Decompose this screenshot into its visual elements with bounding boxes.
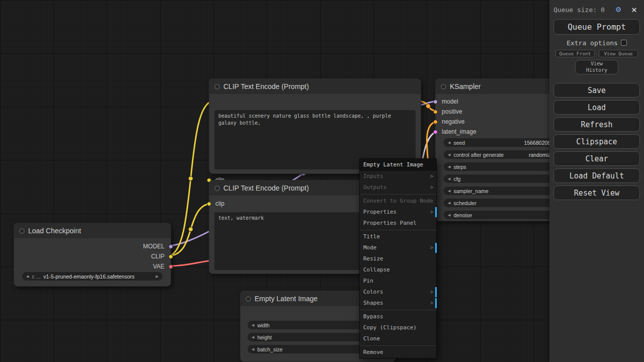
menu-item-outputs: Outputs> xyxy=(360,182,436,193)
reset-view-button[interactable]: Reset View xyxy=(553,186,640,200)
collapse-dot-icon[interactable] xyxy=(214,84,220,89)
node-title[interactable]: CLIP Text Encode (Prompt) xyxy=(209,79,421,94)
load-default-button[interactable]: Load Default xyxy=(553,168,640,183)
comfy-menu-panel: Queue size: 0 ⚙ ✕ Queue Prompt Extra opt… xyxy=(549,0,644,362)
steps-widget[interactable]: ◀ steps xyxy=(444,162,557,171)
clipspace-button[interactable]: Clipspace xyxy=(553,134,640,149)
refresh-button[interactable]: Refresh xyxy=(553,117,640,132)
model-slot-icon[interactable] xyxy=(433,100,438,104)
widget-left-arrow-icon[interactable]: ◀ xyxy=(252,347,254,351)
widget-left-arrow-icon[interactable]: ◀ xyxy=(448,165,450,169)
model-slot-icon[interactable] xyxy=(169,244,173,249)
conditioning-slot-icon[interactable] xyxy=(433,120,438,124)
input-slot-latent-image[interactable]: latent_image xyxy=(433,128,476,135)
widget-left-arrow-icon[interactable]: ◀ xyxy=(448,141,450,145)
queue-front-button[interactable]: Queue Front xyxy=(555,50,595,57)
menu-item-inputs: Inputs> xyxy=(360,171,436,182)
node-load-checkpoint[interactable]: Load Checkpoint MODEL CLIP VAE ◀ c ... v… xyxy=(14,223,171,287)
queue-prompt-button[interactable]: Queue Prompt xyxy=(553,19,640,35)
clip-slot-icon[interactable] xyxy=(207,202,211,206)
submenu-arrow-icon: > xyxy=(430,287,433,298)
node-title-label: CLIP Text Encode (Prompt) xyxy=(223,82,309,90)
node-title[interactable]: KSampler xyxy=(436,79,565,94)
combo-left-arrow-icon[interactable]: ◀ xyxy=(26,275,29,279)
node-graph-canvas[interactable]: CLIP Text Encode (Prompt) clip CONDITION… xyxy=(0,0,644,362)
menu-item-shapes[interactable]: Shapes> xyxy=(360,298,436,309)
latent-slot-icon[interactable] xyxy=(433,130,438,134)
widget-left-arrow-icon[interactable]: ◀ xyxy=(448,213,450,217)
vae-slot-icon[interactable] xyxy=(169,264,173,269)
wire-dot xyxy=(426,104,431,109)
menu-item-pin[interactable]: Pin xyxy=(360,276,436,287)
combo-right-arrow-icon[interactable]: ▶ xyxy=(156,275,158,279)
node-title[interactable]: Load Checkpoint xyxy=(14,223,171,238)
menu-item-title[interactable]: Title xyxy=(360,231,436,242)
queue-size-label: Queue size: 0 xyxy=(553,6,605,14)
menu-item-bypass[interactable]: Bypass xyxy=(360,311,436,322)
conditioning-slot-icon[interactable] xyxy=(433,110,438,114)
node-title-label: CLIP Text Encode (Prompt) xyxy=(223,184,309,192)
load-button[interactable]: Load xyxy=(553,100,640,115)
node-ksampler[interactable]: KSampler model positive negative latent_… xyxy=(435,78,565,221)
node-title-label: Empty Latent Image xyxy=(255,295,317,303)
submenu-arrow-icon: > xyxy=(430,171,433,182)
widget-left-arrow-icon[interactable]: ◀ xyxy=(448,189,450,193)
control-after-generate-widget[interactable]: ◀ control after generate randomize xyxy=(444,150,557,159)
denoise-widget[interactable]: ◀ denoise xyxy=(444,211,557,219)
input-slot-clip[interactable]: clip xyxy=(207,200,224,207)
extra-options-checkbox[interactable] xyxy=(621,40,627,46)
cfg-widget[interactable]: ◀ cfg xyxy=(444,174,557,183)
input-slot-positive[interactable]: positive xyxy=(433,108,462,115)
context-menu-title: Empty Latent Image xyxy=(360,159,436,171)
ckpt-value: v1-5-pruned-emaonly-fp16.safetensors xyxy=(43,274,134,280)
collapse-dot-icon[interactable] xyxy=(214,186,220,191)
menu-item-collapse[interactable]: Collapse xyxy=(360,264,436,276)
scheduler-widget[interactable]: ◀ scheduler xyxy=(444,199,557,207)
menu-item-resize[interactable]: Resize xyxy=(360,253,436,264)
collapse-dot-icon[interactable] xyxy=(246,296,251,302)
wire-dot xyxy=(189,227,193,232)
submenu-arrow-icon: > xyxy=(430,242,433,253)
output-slot-clip[interactable]: CLIP xyxy=(151,253,173,260)
view-history-button[interactable]: View History xyxy=(575,60,618,74)
seed-widget[interactable]: ◀ seed 1566802087 xyxy=(444,138,557,147)
input-slot-negative[interactable]: negative xyxy=(433,118,464,125)
widget-left-arrow-icon[interactable]: ◀ xyxy=(448,153,450,157)
menu-item-mode[interactable]: Mode> xyxy=(360,242,436,253)
clip-slot-icon[interactable] xyxy=(169,254,173,259)
menu-item-clone[interactable]: Clone xyxy=(360,333,436,344)
close-icon[interactable]: ✕ xyxy=(631,4,637,15)
save-button[interactable]: Save xyxy=(553,83,640,98)
menu-item-convert-to-group-node: Convert to Group Node xyxy=(360,196,436,207)
collapse-dot-icon[interactable] xyxy=(19,228,25,234)
widget-left-arrow-icon[interactable]: ◀ xyxy=(252,335,254,339)
sampler-name-widget[interactable]: ◀ sampler_name xyxy=(444,187,557,195)
view-queue-button[interactable]: View Queue xyxy=(599,50,638,57)
ckpt-name-combo[interactable]: ◀ c ... v1-5-pruned-emaonly-fp16.safeten… xyxy=(22,272,163,281)
widget-left-arrow-icon[interactable]: ◀ xyxy=(252,323,254,327)
output-slot-model[interactable]: MODEL xyxy=(143,243,173,250)
menu-item-properties-panel[interactable]: Properties Panel xyxy=(360,218,436,229)
menu-item-copy-clipspace[interactable]: Copy (Clipspace) xyxy=(360,322,436,333)
menu-item-colors[interactable]: Colors> xyxy=(360,287,436,298)
node-title-label: Load Checkpoint xyxy=(28,227,81,235)
settings-gear-icon[interactable]: ⚙ xyxy=(616,4,621,14)
widget-left-arrow-icon[interactable]: ◀ xyxy=(448,201,450,205)
menu-item-properties[interactable]: Properties> xyxy=(360,207,436,218)
wire-dot xyxy=(189,176,193,181)
input-slot-model[interactable]: model xyxy=(433,98,458,105)
node-title-label: KSampler xyxy=(450,82,480,90)
output-slot-vae[interactable]: VAE xyxy=(153,263,173,270)
widget-left-arrow-icon[interactable]: ◀ xyxy=(448,177,450,181)
collapse-dot-icon[interactable] xyxy=(441,84,446,89)
submenu-arrow-icon: > xyxy=(430,298,433,309)
submenu-arrow-icon: > xyxy=(430,182,433,193)
submenu-arrow-icon: > xyxy=(430,207,433,218)
clear-button[interactable]: Clear xyxy=(553,151,640,166)
menu-item-remove[interactable]: Remove xyxy=(360,347,436,358)
extra-options-label: Extra options xyxy=(567,39,618,47)
node-context-menu: Empty Latent Image Inputs> Outputs> Conv… xyxy=(359,158,437,358)
